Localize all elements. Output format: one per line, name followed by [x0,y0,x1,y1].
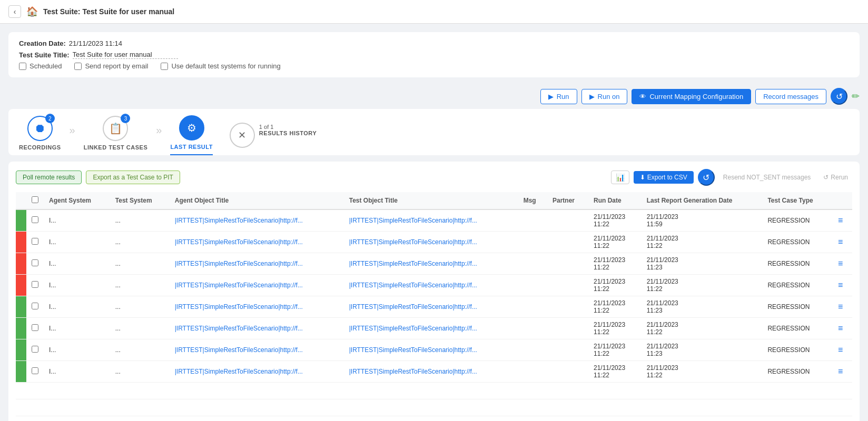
use-default-checkbox-label[interactable]: Use default test systems for running [161,62,280,70]
row-action-cell: ≡ [833,209,852,232]
col-test-system: Test System [110,192,170,209]
row-menu-icon[interactable]: ≡ [838,367,843,376]
run-date-cell: 21/11/2023 11:22 [588,361,642,383]
edit-button[interactable]: ✏ [852,91,860,102]
agent-obj-title-link[interactable]: |IRTTEST|SimpleRestToFileScenario|http:/… [175,325,303,332]
table-row: I......|IRTTEST|SimpleRestToFileScenario… [16,361,852,383]
test-obj-title-link[interactable]: |IRTTEST|SimpleRestToFileScenario|http:/… [349,303,477,310]
use-default-checkbox[interactable] [161,63,168,70]
row-checkbox[interactable] [32,238,38,245]
select-all-checkbox[interactable] [32,196,38,203]
test-obj-title-cell: |IRTTEST|SimpleRestToFileScenario|http:/… [344,232,518,253]
col-msg: Msg [518,192,547,209]
separator-1: » [61,124,84,147]
empty-cell [16,399,26,416]
test-obj-title-link[interactable]: |IRTTEST|SimpleRestToFileScenario|http:/… [349,260,477,267]
row-menu-icon[interactable]: ≡ [838,237,843,246]
col-partner: Partner [547,192,588,209]
tab-results-history[interactable]: ✕ 1 of 1 RESULTS HISTORY [230,123,317,148]
run-date-cell: 21/11/2023 11:22 [588,232,642,253]
rerun-button: ↺ Rerun [819,171,852,184]
test-obj-title-link[interactable]: |IRTTEST|SimpleRestToFileScenario|http:/… [349,282,477,289]
agent-obj-title-cell: |IRTTEST|SimpleRestToFileScenario|http:/… [170,253,344,275]
run-on-button[interactable]: ▶ Run on [581,89,628,104]
row-checkbox-cell [26,296,44,318]
agent-obj-title-link[interactable]: |IRTTEST|SimpleRestToFileScenario|http:/… [175,368,303,375]
toolbar-row: ▶ Run ▶ Run on 👁 Current Mapping Configu… [8,84,860,109]
results-history-tab-label: RESULTS HISTORY [259,130,317,136]
row-checkbox[interactable] [32,259,38,266]
empty-cell [588,399,642,416]
agent-obj-title-link[interactable]: |IRTTEST|SimpleRestToFileScenario|http:/… [175,346,303,354]
row-status-indicator [16,339,26,361]
run-button[interactable]: ▶ Run [540,89,577,104]
export-pit-button[interactable]: Export as a Test Case to PIT [86,171,180,184]
tab-last-result[interactable]: ⚙ LAST RESULT [170,115,212,155]
export-csv-button[interactable]: ⬇ Export to CSV [634,171,694,184]
row-action-cell: ≡ [833,361,852,383]
row-menu-icon[interactable]: ≡ [838,324,843,333]
test-system-cell: ... [110,209,170,232]
row-menu-icon[interactable]: ≡ [838,345,843,354]
back-button[interactable]: ‹ [8,5,21,18]
scheduled-checkbox[interactable] [19,63,26,70]
row-checkbox[interactable] [32,324,38,331]
row-status-indicator [16,275,26,296]
results-history-tab-icon: ✕ [230,123,255,148]
row-checkbox[interactable] [32,281,38,288]
refresh-results-button[interactable]: ↺ [698,169,715,186]
empty-cell [547,383,588,399]
empty-cell [26,383,44,399]
agent-system-cell: I... [44,318,110,339]
row-checkbox[interactable] [32,303,38,309]
test-suite-title-input[interactable] [73,51,178,59]
agent-obj-title-link[interactable]: |IRTTEST|SimpleRestToFileScenario|http:/… [175,238,303,246]
last-result-tab-icon: ⚙ [179,115,204,141]
metrics-icon-button[interactable]: 📊 [611,171,629,184]
row-menu-icon[interactable]: ≡ [838,259,843,268]
row-checkbox[interactable] [32,346,38,353]
recordings-tab-icon: ⏺ 2 [27,116,53,141]
tab-recordings[interactable]: ⏺ 2 RECORDINGS [19,116,61,155]
partner-cell [547,209,588,232]
current-mapping-button[interactable]: 👁 Current Mapping Configuration [632,89,751,104]
test-obj-title-link[interactable]: |IRTTEST|SimpleRestToFileScenario|http:/… [349,325,477,332]
row-checkbox[interactable] [32,216,38,223]
row-menu-icon[interactable]: ≡ [838,216,843,225]
linked-tc-tab-label: LINKED TEST CASES [84,144,148,155]
send-report-checkbox[interactable] [74,63,82,70]
test-obj-title-link[interactable]: |IRTTEST|SimpleRestToFileScenario|http:/… [349,238,477,246]
agent-system-cell: I... [44,275,110,296]
poll-remote-results-button[interactable]: Poll remote results [16,171,82,184]
table-row: I......|IRTTEST|SimpleRestToFileScenario… [16,275,852,296]
row-status-indicator [16,318,26,339]
agent-system-cell: I... [44,253,110,275]
row-status-indicator [16,253,26,275]
test-obj-title-link[interactable]: |IRTTEST|SimpleRestToFileScenario|http:/… [349,217,477,224]
empty-cell [170,383,344,399]
test-obj-title-link[interactable]: |IRTTEST|SimpleRestToFileScenario|http:/… [349,368,477,375]
last-report-date-cell: 21/11/2023 11:22 [642,232,763,253]
home-icon[interactable]: 🏠 [26,6,38,17]
row-menu-icon[interactable]: ≡ [838,302,843,311]
col-last-report: Last Report Generation Date [642,192,763,209]
test-case-type-cell: REGRESSION [762,232,833,253]
scheduled-checkbox-label[interactable]: Scheduled [19,62,62,70]
refresh-icon: ↺ [836,92,843,102]
test-obj-title-link[interactable]: |IRTTEST|SimpleRestToFileScenario|http:/… [349,346,477,354]
mapping-icon: 👁 [639,93,646,101]
refresh-button[interactable]: ↺ [831,88,847,105]
agent-obj-title-link[interactable]: |IRTTEST|SimpleRestToFileScenario|http:/… [175,217,303,224]
agent-obj-title-link[interactable]: |IRTTEST|SimpleRestToFileScenario|http:/… [175,303,303,310]
row-action-cell: ≡ [833,296,852,318]
agent-obj-title-link[interactable]: |IRTTEST|SimpleRestToFileScenario|http:/… [175,282,303,289]
row-menu-icon[interactable]: ≡ [838,280,843,289]
agent-obj-title-link[interactable]: |IRTTEST|SimpleRestToFileScenario|http:/… [175,260,303,267]
row-checkbox[interactable] [32,367,38,374]
tab-linked-test-cases[interactable]: 📋 3 LINKED TEST CASES [84,116,148,155]
empty-row [16,399,852,416]
partner-cell [547,318,588,339]
empty-cell [833,399,852,416]
record-messages-button[interactable]: Record messages [755,89,826,104]
send-report-checkbox-label[interactable]: Send report by email [74,62,148,70]
